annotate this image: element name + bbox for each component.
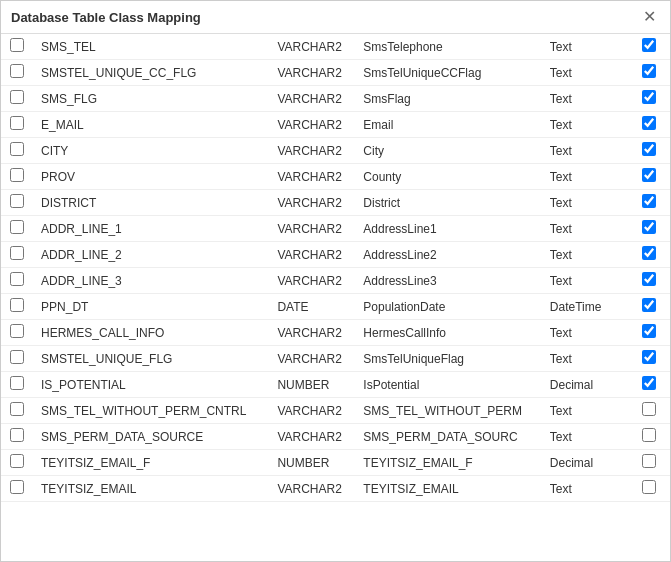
- row-enabled-checkbox[interactable]: [642, 194, 656, 208]
- row-select-checkbox[interactable]: [10, 64, 24, 78]
- field-datatype: Text: [542, 320, 627, 346]
- row-select-checkbox[interactable]: [10, 246, 24, 260]
- mapping-table: SMS_TELVARCHAR2SmsTelephoneTextSMSTEL_UN…: [1, 34, 670, 502]
- row-enabled-cell: [627, 60, 670, 86]
- field-mapping: County: [355, 164, 542, 190]
- field-mapping: AddressLine2: [355, 242, 542, 268]
- field-datatype: Text: [542, 112, 627, 138]
- table-row: IS_POTENTIALNUMBERIsPotentialDecimal: [1, 372, 670, 398]
- row-enabled-checkbox[interactable]: [642, 298, 656, 312]
- field-datatype: Text: [542, 242, 627, 268]
- row-select-cell: [1, 476, 33, 502]
- row-select-checkbox[interactable]: [10, 38, 24, 52]
- row-select-cell: [1, 242, 33, 268]
- row-enabled-cell: [627, 138, 670, 164]
- row-enabled-checkbox[interactable]: [642, 480, 656, 494]
- row-enabled-checkbox[interactable]: [642, 64, 656, 78]
- row-enabled-cell: [627, 164, 670, 190]
- table-row: ADDR_LINE_1VARCHAR2AddressLine1Text: [1, 216, 670, 242]
- table-row: SMS_PERM_DATA_SOURCEVARCHAR2SMS_PERM_DAT…: [1, 424, 670, 450]
- field-name: SMS_FLG: [33, 86, 269, 112]
- table-row: TEYITSIZ_EMAILVARCHAR2TEYITSIZ_EMAILText: [1, 476, 670, 502]
- field-datatype: Decimal: [542, 372, 627, 398]
- field-mapping: City: [355, 138, 542, 164]
- row-enabled-checkbox[interactable]: [642, 142, 656, 156]
- field-name: ADDR_LINE_2: [33, 242, 269, 268]
- field-name: SMS_TEL: [33, 34, 269, 60]
- close-button[interactable]: ✕: [639, 7, 660, 27]
- field-type: NUMBER: [269, 450, 355, 476]
- field-type: VARCHAR2: [269, 34, 355, 60]
- row-enabled-checkbox[interactable]: [642, 272, 656, 286]
- field-name: SMSTEL_UNIQUE_FLG: [33, 346, 269, 372]
- row-enabled-cell: [627, 86, 670, 112]
- field-type: VARCHAR2: [269, 60, 355, 86]
- table-row: E_MAILVARCHAR2EmailText: [1, 112, 670, 138]
- row-enabled-cell: [627, 112, 670, 138]
- field-datatype: Decimal: [542, 450, 627, 476]
- field-datatype: Text: [542, 164, 627, 190]
- table-row: SMSTEL_UNIQUE_FLGVARCHAR2SmsTelUniqueFla…: [1, 346, 670, 372]
- field-name: TEYITSIZ_EMAIL: [33, 476, 269, 502]
- row-enabled-cell: [627, 216, 670, 242]
- row-select-checkbox[interactable]: [10, 142, 24, 156]
- field-name: TEYITSIZ_EMAIL_F: [33, 450, 269, 476]
- row-enabled-cell: [627, 34, 670, 60]
- row-enabled-checkbox[interactable]: [642, 428, 656, 442]
- row-select-checkbox[interactable]: [10, 480, 24, 494]
- row-select-cell: [1, 86, 33, 112]
- row-enabled-checkbox[interactable]: [642, 168, 656, 182]
- row-select-cell: [1, 34, 33, 60]
- table-row: HERMES_CALL_INFOVARCHAR2HermesCallInfoTe…: [1, 320, 670, 346]
- field-type: VARCHAR2: [269, 346, 355, 372]
- field-mapping: SmsFlag: [355, 86, 542, 112]
- row-select-checkbox[interactable]: [10, 90, 24, 104]
- row-select-cell: [1, 164, 33, 190]
- table-row: PPN_DTDATEPopulationDateDateTime: [1, 294, 670, 320]
- row-enabled-checkbox[interactable]: [642, 220, 656, 234]
- row-enabled-checkbox[interactable]: [642, 246, 656, 260]
- row-select-checkbox[interactable]: [10, 194, 24, 208]
- row-enabled-checkbox[interactable]: [642, 350, 656, 364]
- row-enabled-checkbox[interactable]: [642, 38, 656, 52]
- row-select-cell: [1, 190, 33, 216]
- row-enabled-checkbox[interactable]: [642, 90, 656, 104]
- field-name: E_MAIL: [33, 112, 269, 138]
- row-select-checkbox[interactable]: [10, 220, 24, 234]
- field-type: VARCHAR2: [269, 86, 355, 112]
- row-select-checkbox[interactable]: [10, 324, 24, 338]
- row-select-checkbox[interactable]: [10, 350, 24, 364]
- row-select-checkbox[interactable]: [10, 402, 24, 416]
- row-select-cell: [1, 138, 33, 164]
- row-select-cell: [1, 60, 33, 86]
- row-select-checkbox[interactable]: [10, 298, 24, 312]
- field-datatype: Text: [542, 60, 627, 86]
- row-select-checkbox[interactable]: [10, 428, 24, 442]
- row-enabled-checkbox[interactable]: [642, 324, 656, 338]
- row-enabled-checkbox[interactable]: [642, 454, 656, 468]
- row-select-cell: [1, 112, 33, 138]
- row-select-checkbox[interactable]: [10, 116, 24, 130]
- field-type: VARCHAR2: [269, 216, 355, 242]
- field-type: VARCHAR2: [269, 268, 355, 294]
- field-type: NUMBER: [269, 372, 355, 398]
- table-row: SMS_TELVARCHAR2SmsTelephoneText: [1, 34, 670, 60]
- field-mapping: SMS_PERM_DATA_SOURC: [355, 424, 542, 450]
- row-enabled-checkbox[interactable]: [642, 376, 656, 390]
- field-name: HERMES_CALL_INFO: [33, 320, 269, 346]
- table-row: CITYVARCHAR2CityText: [1, 138, 670, 164]
- field-name: SMSTEL_UNIQUE_CC_FLG: [33, 60, 269, 86]
- row-select-cell: [1, 372, 33, 398]
- row-enabled-checkbox[interactable]: [642, 402, 656, 416]
- field-name: ADDR_LINE_1: [33, 216, 269, 242]
- row-enabled-cell: [627, 294, 670, 320]
- dialog-header: Database Table Class Mapping ✕: [1, 1, 670, 34]
- row-enabled-checkbox[interactable]: [642, 116, 656, 130]
- field-mapping: AddressLine3: [355, 268, 542, 294]
- row-select-checkbox[interactable]: [10, 272, 24, 286]
- row-select-checkbox[interactable]: [10, 168, 24, 182]
- row-select-checkbox[interactable]: [10, 376, 24, 390]
- row-select-checkbox[interactable]: [10, 454, 24, 468]
- table-row: SMS_FLGVARCHAR2SmsFlagText: [1, 86, 670, 112]
- row-select-cell: [1, 294, 33, 320]
